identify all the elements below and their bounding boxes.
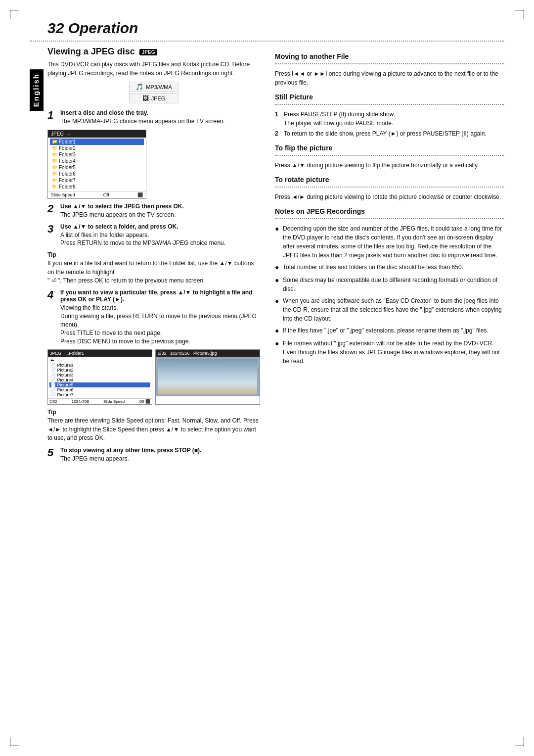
right-column: Moving to another File Press I◄◄ or ►►I … [275, 47, 504, 467]
flip-title: To flip the picture [275, 144, 504, 152]
step-4-body: Viewing the file starts.During viewing a… [60, 304, 260, 345]
notes-bullet-1: ● Depending upon the size and number of … [275, 224, 504, 260]
rotate-body: Press ◄/► during picture viewing to rota… [275, 192, 504, 201]
folder-row-5: 📁 Folder5 [50, 164, 144, 171]
mp3wma-icon: 🎵 [135, 83, 143, 91]
flip-body: Press ▲/▼ during picture viewing to flip… [275, 161, 504, 170]
tip-1: Tip If you are in a file list and want t… [47, 251, 260, 285]
viewing-intro: This DVD+VCR can play discs with JPEG fi… [47, 60, 260, 78]
step-5-title: To stop viewing at any other time, press… [60, 447, 260, 454]
file-row-5: 📄 Picture5 [49, 382, 150, 387]
notes-divider [275, 218, 504, 219]
flip-divider [275, 155, 504, 156]
step-5: 5 To stop viewing at any other time, pre… [47, 447, 260, 463]
folder-row-1: 📁 Folder1 [50, 139, 144, 145]
moving-body: Press I◄◄ or ►►I once during viewing a p… [275, 69, 504, 87]
step-3-content: Use ▲/▼ to select a folder, and press OK… [60, 223, 260, 248]
step-1-title: Insert a disc and close the tray. [60, 109, 260, 116]
step-2-num: 2 [47, 203, 58, 215]
still-title: Still Picture [275, 93, 504, 101]
jpeg-icon: 🖼 [142, 94, 149, 102]
notes-list: ● Depending upon the size and number of … [275, 224, 504, 366]
still-list: 1 Press PAUSE/STEP (II) during slide sho… [275, 110, 504, 138]
moving-section: Moving to another File Press I◄◄ or ►►I … [275, 52, 504, 87]
file-row-2: 📄 Picture2 [49, 368, 150, 373]
tip-2-body: There are three viewing Slide Speed opti… [47, 417, 260, 442]
jpeg-icon-item: 🖼 JPEG [129, 93, 178, 103]
step-5-body: The JPEG menu appears. [60, 455, 260, 463]
file-row-back: ⬅ [49, 358, 150, 363]
tip-2: Tip There are three viewing Slide Speed … [47, 409, 260, 442]
step-3-num: 3 [47, 223, 58, 235]
moving-divider [275, 63, 504, 64]
notes-title: Notes on JPEG Recordings [275, 207, 504, 215]
tip-1-body: If you are in a file list and want to re… [47, 259, 260, 285]
title-divider [30, 41, 504, 42]
page-title: 32 Operation [47, 20, 504, 37]
notes-bullet-3: ● Some discs may be incompatible due to … [275, 276, 504, 293]
step-2-content: Use ▲/▼ to select the JPEG then press OK… [60, 203, 260, 219]
flip-section: To flip the picture Press ▲/▼ during pic… [275, 144, 504, 170]
screenshot-file-list: JPEG ...Folder1 ⬅ 📄 Picture1 📄 Picture2 … [47, 349, 152, 405]
still-picture-section: Still Picture 1 Press PAUSE/STEP (II) du… [275, 93, 504, 138]
notes-bullet-5: ● If the files have ".jpe" or ".jpeg" ex… [275, 326, 504, 336]
file-row-6: 📄 Picture6 [49, 387, 150, 392]
still-divider [275, 104, 504, 105]
jpeg-menu-header: JPEG → [48, 130, 146, 138]
jpeg-menu-body: 📁 Folder1 📁 Folder2 📁 Folder3 📁 Folder4 … [48, 138, 146, 191]
folder-row-7: 📁 Folder7 [50, 177, 144, 184]
notes-section: Notes on JPEG Recordings ● Depending upo… [275, 207, 504, 366]
step-2-body: The JPEG menu appears on the TV screen. [60, 211, 260, 219]
file-row-4: 📄 Picture4 [49, 378, 150, 382]
sm-header-right: 5/32 1024x256 Picture5.jpg [156, 350, 260, 357]
rotate-section: To rotate picture Press ◄/► during pictu… [275, 176, 504, 201]
step-1-num: 1 [47, 109, 58, 121]
notes-bullet-4: ● When you are using software such as "E… [275, 296, 504, 323]
notes-bullet-2: ● Total number of files and folders on t… [275, 263, 504, 273]
step-1-content: Insert a disc and close the tray. The MP… [60, 109, 260, 126]
step-3-title: Use ▲/▼ to select a folder, and press OK… [60, 223, 260, 230]
folder-row-2: 📁 Folder2 [50, 145, 144, 151]
folder-row-4: 📁 Folder4 [50, 158, 144, 164]
step-4-content: If you want to view a particular file, p… [60, 289, 260, 345]
rotate-divider [275, 187, 504, 188]
screenshots-row: JPEG ...Folder1 ⬅ 📄 Picture1 📄 Picture2 … [47, 349, 260, 405]
jpeg-folder-menu: JPEG → 📁 Folder1 📁 Folder2 📁 Folder3 📁 F… [47, 130, 146, 199]
menu-icon-area: 🎵 MP3/WMA 🖼 JPEG [47, 82, 260, 103]
step-1: 1 Insert a disc and close the tray. The … [47, 109, 260, 126]
screenshot-img [156, 357, 260, 396]
step-2-title: Use ▲/▼ to select the JPEG then press OK… [60, 203, 260, 210]
screenshot-viewing: 5/32 1024x256 Picture5.jpg [155, 349, 260, 405]
step-1-body: The MP3/WMA-JPEG choice menu appears on … [60, 117, 260, 126]
step-5-content: To stop viewing at any other time, press… [60, 447, 260, 463]
step-3: 3 Use ▲/▼ to select a folder, and press … [47, 223, 260, 248]
step-3-body: A list of files in the folder appears.Pr… [60, 231, 260, 248]
step-4-num: 4 [47, 289, 58, 301]
left-column: Viewing a JPEG disc JPEG This DVD+VCR ca… [47, 47, 260, 467]
sm-header-left: JPEG ...Folder1 [48, 350, 152, 357]
step-5-num: 5 [47, 447, 58, 459]
still-step-2: 2 To return to the slide show, press PLA… [275, 129, 504, 138]
file-row-3: 📄 Picture3 [49, 373, 150, 378]
jpeg-menu-footer: Slide Speed Off ⬛ [48, 191, 146, 198]
folder-row-6: 📁 Folder6 [50, 171, 144, 177]
viewing-section-title: Viewing a JPEG disc JPEG [47, 47, 260, 57]
folder-row-8: 📁 Folder8 [50, 184, 144, 190]
file-row-7: 📄 Picture7 [49, 392, 150, 397]
sm-body-left: ⬅ 📄 Picture1 📄 Picture2 📄 Picture3 📄 Pic… [48, 357, 152, 398]
folder-row-3: 📁 Folder3 [50, 151, 144, 158]
step-2: 2 Use ▲/▼ to select the JPEG then press … [47, 203, 260, 219]
tip-1-title: Tip [47, 251, 260, 258]
notes-bullet-6: ● File names without ".jpg" extension wi… [275, 339, 504, 366]
rotate-title: To rotate picture [275, 176, 504, 184]
sm-footer-left: 5/32 1024x768 Slide Speed Off ⬛ [48, 398, 152, 404]
jpeg-badge: JPEG [139, 49, 158, 55]
screenshot-img-inner [158, 359, 257, 394]
still-step-1: 1 Press PAUSE/STEP (II) during slide sho… [275, 110, 504, 128]
tip-2-title: Tip [47, 409, 260, 416]
step-4-title: If you want to view a particular file, p… [60, 289, 260, 303]
english-sidebar: English [30, 69, 44, 111]
mp3wma-icon-item: 🎵 MP3/WMA [129, 82, 178, 92]
step-4: 4 If you want to view a particular file,… [47, 289, 260, 345]
moving-title: Moving to another File [275, 52, 504, 60]
